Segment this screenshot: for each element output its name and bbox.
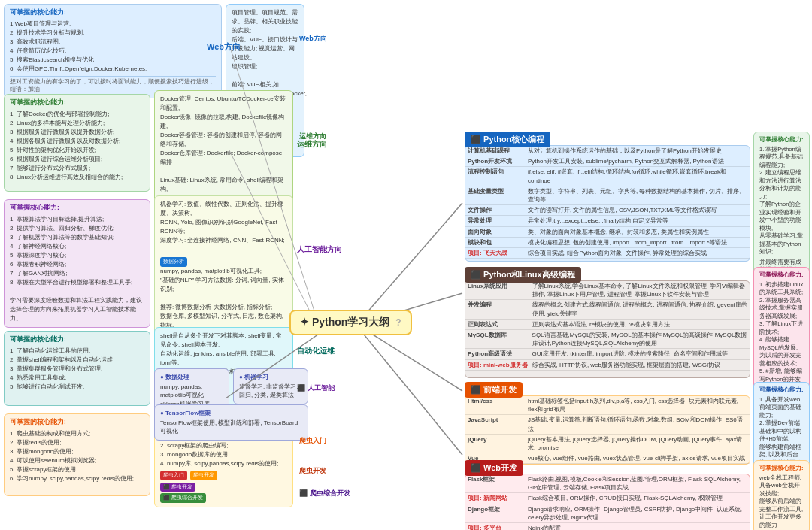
table-row: jQuery jQuery基本用法, jQuery选择器, jQuery操作DO…: [465, 434, 750, 453]
web-skills-content: 1.Web项目管理与运营; 2. 提升技术学习分析与规划; 3. 高效求职流程图…: [10, 20, 216, 74]
table-row: 正则表达式 正则表达式基本语法, re模块的使用, re模块常用方法: [465, 319, 750, 329]
table-row: Python开发环境 Python开发工具安装, sublime/pycharm…: [465, 156, 750, 167]
table-row: 面向对象 类、对象的面向对象基本概念, 继承、封装和多态, 类属性和实例属性: [465, 226, 750, 237]
automation-skills-card: 可掌握的核心能力: 1. 了解自动化运维工具的使用; 2. 掌握shell编程和…: [4, 331, 150, 406]
table-row: 基础变量类型 数字类型、字符串、列表、元组、字典等, 每种数据结构的基本操作, …: [465, 186, 750, 204]
svg-line-3: [361, 331, 462, 455]
table-row: Python高级语法 GUI应用开发, tkinter库, import进阶, …: [465, 349, 750, 359]
mind-map-canvas: ✦ Python学习大纲 ? 可掌握的核心能力: 1.Web项目管理与运营; 2…: [0, 0, 812, 530]
crawler-skills-title: 可掌握的核心能力:: [10, 418, 144, 427]
devops-skills-content: 1. 了解Docker的优化与部署控制能力; 2. Linux的多样本能与处理分…: [10, 110, 144, 182]
crawler-entry-label: 爬虫入门: [299, 436, 326, 446]
crawler-dev-label: 爬虫开发: [299, 466, 326, 476]
python-linux-title: ⬛ Python和Linux高级编程: [465, 267, 581, 283]
table-row: Html/css html基础标签包括input,h系列,div,p,a等, c…: [465, 396, 750, 415]
webdev-right-skills-card: 可掌握核心能力: web全栈工程师, 具备web全栈开发技能; 能够从前后端的完…: [753, 460, 810, 530]
question-mark: ?: [395, 317, 401, 328]
devops-skills-card: 可掌握的核心能力: 1. 了解Docker的优化与部署控制能力; 2. Linu…: [4, 94, 150, 192]
python-core-title: ⬛ Python核心编程: [465, 132, 550, 147]
webdev-table: Flask框架 Flask路由,视图,模板,Cookie和Session,蓝图/…: [465, 474, 750, 530]
web-branch-label: Web方向: [299, 34, 327, 44]
automation-title: 可掌握的核心能力:: [10, 335, 144, 344]
automation-label: 自动化运维: [297, 346, 335, 356]
crawler-skills-content: 1. 爬虫基础的构成和使用方式; 2. 掌握redis的使用; 3. 掌握mon…: [10, 429, 144, 483]
table-row: 项目: 多平台 Nginx的配置: [465, 522, 750, 530]
table-row: 项目: mini-web服务器 综合实战, HTTP协议, web服务器功能实现…: [465, 359, 750, 370]
central-label: ✦ Python学习大纲: [300, 316, 389, 328]
table-row: 并发编程 线程的概念,创建方式,线程间通信; 进程的概念, 进程间通信; 协程介…: [465, 300, 750, 319]
table-row: 流程控制语句 if,else, elif, if嵌套, if...elif结构,…: [465, 167, 750, 186]
table-row: Linux系统应用 了解Linux系统,学会Linux基本命令, 了解Linux…: [465, 281, 750, 300]
table-row: JavaScript JS基础,变量,运算符,判断语句,循环语句,函数,对象,数…: [465, 415, 750, 434]
devops-branch-label: 运维方向: [299, 132, 326, 141]
crawler-tags: 爬虫入门 爬虫开发: [160, 471, 287, 480]
frontend-card: Html/css html基础标签包括input,h系列,div,p,a等, c…: [465, 395, 750, 465]
ai-detail-content: 机器学习: 数值、线性代数、正则化法、提升梯度、决策树, RCNN, Yolo,…: [160, 200, 287, 348]
frontend-title: ⬛ 前端开发: [465, 382, 523, 398]
ai-tensorflow-card: ● TensorFlow框架 TensorFlow框架使用, 模型训练和部署, …: [154, 404, 308, 441]
python-linux-table: Linux系统应用 了解Linux系统,学会Linux基本命令, 了解Linux…: [465, 281, 750, 371]
spider-dev-label: ⬛ 爬虫综合开发: [299, 489, 350, 498]
table-row: 异常处理 异常处理,try...except...else...finally结…: [465, 216, 750, 226]
python-linux-card: Linux系统应用 了解Linux系统,学会Linux基本命令, 了解Linux…: [465, 280, 750, 378]
ai-direction-label: 人工智能方向: [297, 244, 342, 255]
python-core-card: 计算机基础课程 从对计算机到操作系统运作的基础，以及Python是了解Pytho…: [465, 145, 750, 262]
python-core-table: 计算机基础课程 从对计算机到操作系统运作的基础，以及Python是了解Pytho…: [465, 146, 750, 259]
crawler-bottom-tag: ⬛ 爬虫开发: [160, 483, 287, 492]
automation-content: 1. 了解自动化运维工具的使用; 2. 掌握shell编程和架构以及自动化运维;…: [10, 347, 144, 392]
web-direction-label: Web方向: [207, 41, 241, 53]
web-skills-title: 可掌握的核心能力:: [10, 8, 216, 17]
table-row: 项目: 飞天大战 综合项目实战, 结合Python面向对象, 文件操作, 异常处…: [465, 247, 750, 258]
crawler-spider-tag: ⬛ 爬虫综合开发: [160, 493, 287, 503]
table-row: Flask框架 Flask路由,视图,模板,Cookie和Session,蓝图/…: [465, 474, 750, 493]
table-row: 模块和包 模块化编程思想, 包的创建使用, import...from_impo…: [465, 237, 750, 247]
frontend-table: Html/css html基础标签包括input,h系列,div,p,a等, c…: [465, 396, 750, 464]
central-node: ✦ Python学习大纲 ?: [289, 310, 412, 335]
web-direction-card: 可掌握的核心能力: 1.Web项目管理与运营; 2. 提升技术学习分析与规划; …: [4, 4, 222, 98]
table-row: 项目: 新闻网站 Flask综合项目, ORM操作, CRUD接口实现, Fla…: [465, 493, 750, 504]
table-row: 文件操作 文件的读写打开, 文件的属性信息, CSV,JSON,TXT,XML等…: [465, 205, 750, 216]
ai-sub-label: ⬛ 人工智能: [297, 383, 335, 393]
svg-line-0: [361, 203, 462, 320]
ai-skills-title: 可掌握核心能力:: [10, 204, 144, 213]
table-row: MySQL数据库 SQL语言基础,MySQL的安装, MySQL的基本操作,My…: [465, 329, 750, 348]
svg-line-2: [361, 327, 462, 391]
devops-skills-title: 可掌握的核心能力:: [10, 98, 144, 108]
ai-skills-content: 1. 掌握算法学习目标选择,提升算法; 2. 提供学习算法、回归分析、梯度优化;…: [10, 215, 144, 323]
table-row: Django框架 Django请求响应, ORM操作, Django管理员, C…: [465, 504, 750, 522]
table-row: 计算机基础课程 从对计算机到操作系统运作的基础，以及Python是了解Pytho…: [465, 146, 750, 156]
crawler-skills-card: 可掌握的核心能力: 1. 爬虫基础的构成和使用方式; 2. 掌握redis的使用…: [4, 413, 150, 496]
ai-skills-card: 可掌握核心能力: 1. 掌握算法学习目标选择,提升算法; 2. 提供学习算法、回…: [4, 199, 150, 328]
webdev-card: Flask框架 Flask路由,视图,模板,Cookie和Session,蓝图/…: [465, 474, 750, 530]
webdev-title: ⬛ Web开发: [465, 460, 523, 476]
